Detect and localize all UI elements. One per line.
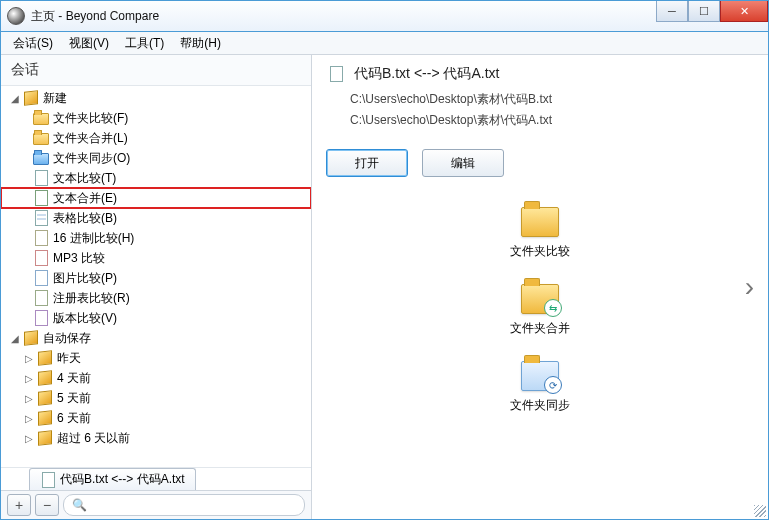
minimize-button[interactable]: ─: [656, 1, 688, 22]
path-right: C:\Users\echo\Desktop\素材\代码A.txt: [326, 110, 754, 131]
app-window: 主页 - Beyond Compare ─ ☐ ✕ 会话(S) 视图(V) 工具…: [0, 0, 769, 520]
mp3-compare-icon: [33, 250, 49, 266]
resize-grip[interactable]: [754, 505, 766, 517]
type-folder-compare[interactable]: 文件夹比较: [510, 207, 570, 260]
session-tree[interactable]: ◢ 新建 文件夹比较(F) 文件夹合并(L) 文件夹同步(O) 文本比较(T) …: [1, 86, 311, 467]
menu-tools[interactable]: 工具(T): [117, 33, 172, 54]
tree-group-new[interactable]: ◢ 新建: [1, 88, 311, 108]
folder-compare-icon: [33, 110, 49, 126]
tree-item-autosave[interactable]: ▷昨天: [1, 348, 311, 368]
tree-item-folder-merge[interactable]: 文件夹合并(L): [1, 128, 311, 148]
expand-icon[interactable]: ▷: [23, 373, 35, 384]
text-compare-icon: [328, 66, 344, 82]
folder-sync-icon: ⟳: [521, 361, 559, 391]
path-left: C:\Users\echo\Desktop\素材\代码B.txt: [326, 89, 754, 110]
registry-compare-icon: [33, 290, 49, 306]
folder-merge-icon: ⇆: [521, 284, 559, 314]
expand-icon[interactable]: ▷: [23, 433, 35, 444]
tree-group-autosave[interactable]: ◢ 自动保存: [1, 328, 311, 348]
text-compare-icon: [33, 170, 49, 186]
sidebar: 会话 ◢ 新建 文件夹比较(F) 文件夹合并(L) 文件夹同步(O) 文本比较(…: [1, 55, 312, 519]
tree-item-autosave[interactable]: ▷6 天前: [1, 408, 311, 428]
cube-icon: [37, 370, 53, 386]
tree-item-folder-sync[interactable]: 文件夹同步(O): [1, 148, 311, 168]
open-button[interactable]: 打开: [326, 149, 408, 177]
expand-icon[interactable]: ▷: [23, 353, 35, 364]
remove-button[interactable]: −: [35, 494, 59, 516]
tree-item-text-compare[interactable]: 文本比较(T): [1, 168, 311, 188]
maximize-button[interactable]: ☐: [688, 1, 720, 22]
edit-button[interactable]: 编辑: [422, 149, 504, 177]
window-title: 主页 - Beyond Compare: [31, 8, 159, 25]
hex-compare-icon: [33, 230, 49, 246]
cube-icon: [23, 330, 39, 346]
tab-label: 代码B.txt <--> 代码A.txt: [60, 471, 185, 488]
next-arrow-icon[interactable]: ›: [745, 271, 754, 303]
session-tab[interactable]: 代码B.txt <--> 代码A.txt: [29, 468, 196, 490]
tree-item-mp3-compare[interactable]: MP3 比较: [1, 248, 311, 268]
sidebar-toolbar: + − 🔍: [1, 490, 311, 519]
folder-sync-icon: [33, 150, 49, 166]
session-title: 代码B.txt <--> 代码A.txt: [326, 65, 754, 83]
tree-item-hex-compare[interactable]: 16 进制比较(H): [1, 228, 311, 248]
menu-session[interactable]: 会话(S): [5, 33, 61, 54]
app-icon: [7, 7, 25, 25]
tree-item-version-compare[interactable]: 版本比较(V): [1, 308, 311, 328]
cube-icon: [37, 350, 53, 366]
text-merge-icon: [33, 190, 49, 206]
version-compare-icon: [33, 310, 49, 326]
cube-icon: [37, 430, 53, 446]
cube-icon: [37, 390, 53, 406]
folder-merge-icon: [33, 130, 49, 146]
session-type-grid: 文件夹比较 ⇆ 文件夹合并 ⟳ 文件夹同步: [312, 187, 768, 424]
session-tabs: 代码B.txt <--> 代码A.txt: [1, 467, 311, 490]
text-compare-icon: [40, 472, 56, 488]
group-label: 新建: [43, 90, 71, 107]
search-input[interactable]: 🔍: [63, 494, 305, 516]
tree-item-registry-compare[interactable]: 注册表比较(R): [1, 288, 311, 308]
search-icon: 🔍: [72, 498, 87, 512]
table-compare-icon: [33, 210, 49, 226]
titlebar[interactable]: 主页 - Beyond Compare ─ ☐ ✕: [1, 1, 768, 32]
image-compare-icon: [33, 270, 49, 286]
menu-view[interactable]: 视图(V): [61, 33, 117, 54]
type-folder-merge[interactable]: ⇆ 文件夹合并: [510, 284, 570, 337]
type-folder-sync[interactable]: ⟳ 文件夹同步: [510, 361, 570, 414]
cube-icon: [23, 90, 39, 106]
menu-help[interactable]: 帮助(H): [172, 33, 229, 54]
cube-icon: [37, 410, 53, 426]
main-panel: 代码B.txt <--> 代码A.txt C:\Users\echo\Deskt…: [312, 55, 768, 519]
tree-item-text-merge[interactable]: 文本合并(E): [1, 188, 311, 208]
close-button[interactable]: ✕: [720, 1, 768, 22]
collapse-icon[interactable]: ◢: [9, 333, 21, 344]
folder-compare-icon: [521, 207, 559, 237]
collapse-icon[interactable]: ◢: [9, 93, 21, 104]
tree-item-autosave[interactable]: ▷4 天前: [1, 368, 311, 388]
expand-icon[interactable]: ▷: [23, 393, 35, 404]
tree-item-autosave[interactable]: ▷5 天前: [1, 388, 311, 408]
menubar: 会话(S) 视图(V) 工具(T) 帮助(H): [1, 32, 768, 55]
sidebar-heading: 会话: [1, 55, 311, 86]
add-button[interactable]: +: [7, 494, 31, 516]
tree-item-autosave[interactable]: ▷超过 6 天以前: [1, 428, 311, 448]
expand-icon[interactable]: ▷: [23, 413, 35, 424]
group-label: 自动保存: [43, 330, 95, 347]
tree-item-folder-compare[interactable]: 文件夹比较(F): [1, 108, 311, 128]
tree-item-image-compare[interactable]: 图片比较(P): [1, 268, 311, 288]
tree-item-table-compare[interactable]: 表格比较(B): [1, 208, 311, 228]
